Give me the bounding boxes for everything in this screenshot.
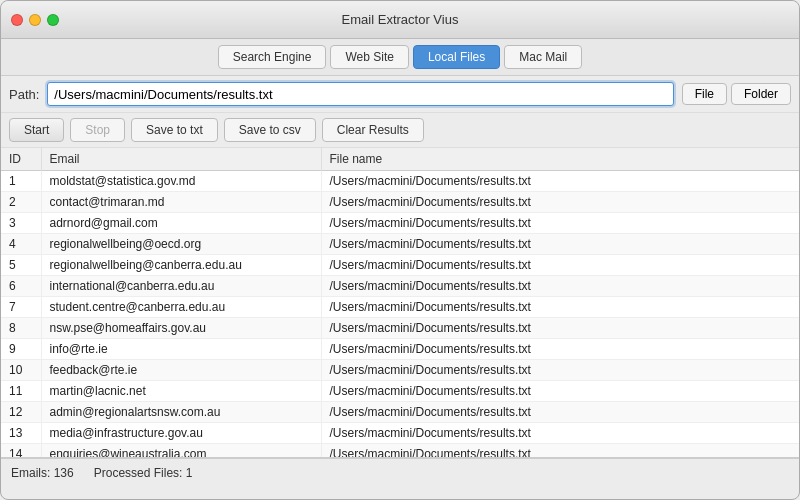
table-row: 10 feedback@rte.ie /Users/macmini/Docume… bbox=[1, 360, 799, 381]
cell-filename: /Users/macmini/Documents/results.txt bbox=[321, 213, 799, 234]
results-table: ID Email File name 1 moldstat@statistica… bbox=[1, 148, 799, 458]
tab-local-files[interactable]: Local Files bbox=[413, 45, 500, 69]
cell-filename: /Users/macmini/Documents/results.txt bbox=[321, 381, 799, 402]
table-row: 9 info@rte.ie /Users/macmini/Documents/r… bbox=[1, 339, 799, 360]
cell-id: 14 bbox=[1, 444, 41, 459]
cell-id: 11 bbox=[1, 381, 41, 402]
cell-id: 3 bbox=[1, 213, 41, 234]
save-txt-button[interactable]: Save to txt bbox=[131, 118, 218, 142]
path-input[interactable] bbox=[47, 82, 673, 106]
cell-filename: /Users/macmini/Documents/results.txt bbox=[321, 255, 799, 276]
table-row: 6 international@canberra.edu.au /Users/m… bbox=[1, 276, 799, 297]
cell-id: 1 bbox=[1, 171, 41, 192]
file-button[interactable]: File bbox=[682, 83, 727, 105]
cell-id: 8 bbox=[1, 318, 41, 339]
minimize-button[interactable] bbox=[29, 14, 41, 26]
cell-id: 12 bbox=[1, 402, 41, 423]
cell-email: student.centre@canberra.edu.au bbox=[41, 297, 321, 318]
table-body: 1 moldstat@statistica.gov.md /Users/macm… bbox=[1, 171, 799, 459]
emails-status: Emails: 136 bbox=[11, 466, 74, 480]
tabs-row: Search Engine Web Site Local Files Mac M… bbox=[1, 39, 799, 76]
cell-email: enquiries@wineaustralia.com bbox=[41, 444, 321, 459]
cell-filename: /Users/macmini/Documents/results.txt bbox=[321, 360, 799, 381]
cell-filename: /Users/macmini/Documents/results.txt bbox=[321, 339, 799, 360]
cell-id: 7 bbox=[1, 297, 41, 318]
app-title: Email Extractor Vius bbox=[342, 12, 459, 27]
cell-id: 10 bbox=[1, 360, 41, 381]
clear-results-button[interactable]: Clear Results bbox=[322, 118, 424, 142]
processed-status: Processed Files: 1 bbox=[94, 466, 193, 480]
cell-filename: /Users/macmini/Documents/results.txt bbox=[321, 171, 799, 192]
table-row: 13 media@infrastructure.gov.au /Users/ma… bbox=[1, 423, 799, 444]
processed-count: 1 bbox=[186, 466, 193, 480]
cell-id: 4 bbox=[1, 234, 41, 255]
cell-email: admin@regionalartsnsw.com.au bbox=[41, 402, 321, 423]
titlebar: Email Extractor Vius bbox=[1, 1, 799, 39]
col-header-id: ID bbox=[1, 148, 41, 171]
cell-email: regionalwellbeing@canberra.edu.au bbox=[41, 255, 321, 276]
cell-email: regionalwellbeing@oecd.org bbox=[41, 234, 321, 255]
table-row: 1 moldstat@statistica.gov.md /Users/macm… bbox=[1, 171, 799, 192]
table-row: 4 regionalwellbeing@oecd.org /Users/macm… bbox=[1, 234, 799, 255]
path-label: Path: bbox=[9, 87, 39, 102]
table-header-row: ID Email File name bbox=[1, 148, 799, 171]
table-row: 11 martin@lacnic.net /Users/macmini/Docu… bbox=[1, 381, 799, 402]
emails-label: Emails: bbox=[11, 466, 50, 480]
cell-filename: /Users/macmini/Documents/results.txt bbox=[321, 423, 799, 444]
cell-id: 2 bbox=[1, 192, 41, 213]
cell-id: 13 bbox=[1, 423, 41, 444]
tab-mac-mail[interactable]: Mac Mail bbox=[504, 45, 582, 69]
cell-id: 5 bbox=[1, 255, 41, 276]
cell-id: 9 bbox=[1, 339, 41, 360]
folder-button[interactable]: Folder bbox=[731, 83, 791, 105]
table-row: 14 enquiries@wineaustralia.com /Users/ma… bbox=[1, 444, 799, 459]
close-button[interactable] bbox=[11, 14, 23, 26]
emails-count: 136 bbox=[54, 466, 74, 480]
stop-button[interactable]: Stop bbox=[70, 118, 125, 142]
actions-row: Start Stop Save to txt Save to csv Clear… bbox=[1, 113, 799, 148]
cell-id: 6 bbox=[1, 276, 41, 297]
col-header-email: Email bbox=[41, 148, 321, 171]
path-row: Path: File Folder bbox=[1, 76, 799, 113]
table-row: 3 adrnord@gmail.com /Users/macmini/Docum… bbox=[1, 213, 799, 234]
cell-email: adrnord@gmail.com bbox=[41, 213, 321, 234]
table-row: 5 regionalwellbeing@canberra.edu.au /Use… bbox=[1, 255, 799, 276]
start-button[interactable]: Start bbox=[9, 118, 64, 142]
cell-filename: /Users/macmini/Documents/results.txt bbox=[321, 234, 799, 255]
cell-email: moldstat@statistica.gov.md bbox=[41, 171, 321, 192]
table-row: 8 nsw.pse@homeaffairs.gov.au /Users/macm… bbox=[1, 318, 799, 339]
window-controls bbox=[11, 14, 59, 26]
cell-filename: /Users/macmini/Documents/results.txt bbox=[321, 444, 799, 459]
status-bar: Emails: 136 Processed Files: 1 bbox=[1, 458, 799, 486]
file-folder-group: File Folder bbox=[682, 83, 791, 105]
cell-email: media@infrastructure.gov.au bbox=[41, 423, 321, 444]
cell-email: international@canberra.edu.au bbox=[41, 276, 321, 297]
cell-filename: /Users/macmini/Documents/results.txt bbox=[321, 402, 799, 423]
cell-filename: /Users/macmini/Documents/results.txt bbox=[321, 192, 799, 213]
tab-web-site[interactable]: Web Site bbox=[330, 45, 408, 69]
cell-filename: /Users/macmini/Documents/results.txt bbox=[321, 276, 799, 297]
cell-email: nsw.pse@homeaffairs.gov.au bbox=[41, 318, 321, 339]
results-table-container[interactable]: ID Email File name 1 moldstat@statistica… bbox=[1, 148, 799, 458]
table-row: 7 student.centre@canberra.edu.au /Users/… bbox=[1, 297, 799, 318]
processed-label: Processed Files: bbox=[94, 466, 183, 480]
cell-filename: /Users/macmini/Documents/results.txt bbox=[321, 318, 799, 339]
cell-email: feedback@rte.ie bbox=[41, 360, 321, 381]
maximize-button[interactable] bbox=[47, 14, 59, 26]
cell-email: martin@lacnic.net bbox=[41, 381, 321, 402]
col-header-filename: File name bbox=[321, 148, 799, 171]
cell-filename: /Users/macmini/Documents/results.txt bbox=[321, 297, 799, 318]
save-csv-button[interactable]: Save to csv bbox=[224, 118, 316, 142]
tab-search-engine[interactable]: Search Engine bbox=[218, 45, 327, 69]
cell-email: contact@trimaran.md bbox=[41, 192, 321, 213]
cell-email: info@rte.ie bbox=[41, 339, 321, 360]
table-row: 12 admin@regionalartsnsw.com.au /Users/m… bbox=[1, 402, 799, 423]
table-row: 2 contact@trimaran.md /Users/macmini/Doc… bbox=[1, 192, 799, 213]
